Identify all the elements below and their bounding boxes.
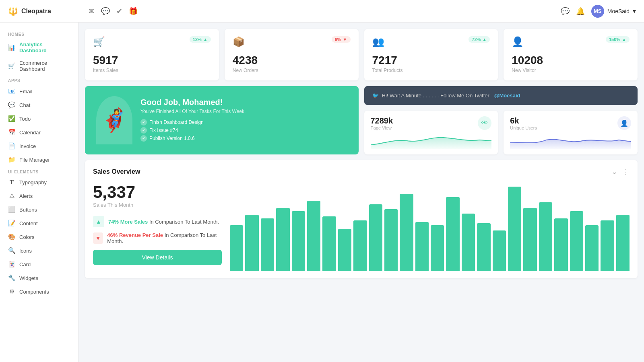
sidebar-item-file-manager[interactable]: 📁 File Manager <box>0 153 78 167</box>
stat-cards-row: 🛒 12% ▲ 5917 Items Sales 📦 6% ▼ <box>85 29 638 80</box>
sidebar-item-content[interactable]: 📝 Content <box>0 216 78 230</box>
sidebar-item-label: Todo <box>19 116 31 122</box>
sidebar-item-widgets[interactable]: 🔧 Widgets <box>0 271 78 285</box>
sales-big-number: 5,337 <box>93 183 222 202</box>
arrow-up-indicator: ▲ <box>93 216 104 227</box>
twitter-handle[interactable]: @Moesaid <box>494 93 520 99</box>
mini-stat-value: 6k <box>510 116 537 125</box>
stat-badge-up: 12% ▲ <box>190 36 211 43</box>
chart-bar <box>431 225 444 271</box>
badge-value: 72% <box>472 37 481 42</box>
arrow-down-indicator: ▼ <box>93 232 103 244</box>
stat-rest: In Comparison To Last Month. <box>149 219 219 225</box>
notification-chat-icon[interactable]: 💬 <box>561 7 570 16</box>
brand-name: Cleopatra <box>21 8 51 15</box>
hero-subtitle: You've Finished All Of Your Tasks For Th… <box>140 109 246 114</box>
sidebar-item-buttons[interactable]: ⬜ Buttons <box>0 203 78 216</box>
more-options-icon[interactable]: ⋮ <box>622 167 630 176</box>
sales-subtitle: Sales This Month <box>93 202 222 208</box>
checklist-item: Publish Version 1.0.6 <box>140 135 246 142</box>
view-details-button[interactable]: View Details <box>93 250 222 265</box>
checklist-item: Finish Dashboard Design <box>140 119 246 125</box>
stat-card-header: 👥 72% ▲ <box>372 36 490 47</box>
sales-overview-title: Sales Overview <box>93 168 140 175</box>
mini-stat-text: 7289k Page View <box>371 116 393 130</box>
topnav-right: 💬 🔔 MS MoeSaid ▾ <box>561 5 636 18</box>
brand-icon: 🔱 <box>8 6 18 16</box>
stat-card-new-visitor: 👤 150% ▲ 10208 New Visitor <box>504 29 638 80</box>
visitor-icon: 👤 <box>512 36 524 47</box>
mini-stat-unique-users: 6k Unique Users 👤 <box>504 111 638 154</box>
notification-bell-icon[interactable]: 🔔 <box>576 7 585 16</box>
user-dropdown-icon: ▾ <box>633 7 636 15</box>
sidebar-item-todo[interactable]: ✅ Todo <box>0 112 78 125</box>
chart-bar <box>446 197 459 271</box>
sidebar-item-components[interactable]: ⚙ Components <box>0 285 78 298</box>
sidebar-item-label: Content <box>19 220 38 226</box>
sidebar-item-label: Typography <box>19 179 47 185</box>
chart-bar <box>462 214 475 272</box>
arrow-up-icon: ▲ <box>203 37 208 42</box>
chart-bar <box>554 218 568 271</box>
layout: HOMES 📊 Analytics Dashboard 🛒 Ecommerce … <box>0 23 644 362</box>
sales-overview: Sales Overview ⌄ ⋮ 5,337 Sales This Mont… <box>85 160 638 278</box>
alerts-icon: ⚠ <box>8 192 15 200</box>
mini-stat-page-view: 7289k Page View 👁 <box>364 111 498 154</box>
checklist-item: Fix Issue #74 <box>140 127 246 134</box>
stat-card-header: 👤 150% ▲ <box>512 36 630 47</box>
chart-bar <box>493 230 506 272</box>
chart-bar <box>508 187 521 271</box>
sidebar-item-invoice[interactable]: 📄 Invoice <box>0 139 78 153</box>
chart-bar <box>585 225 599 271</box>
content-icon: 📝 <box>8 220 15 227</box>
chart-bar <box>261 218 274 271</box>
sidebar-item-ecommerce-dashboard[interactable]: 🛒 Ecommerce Dashboard <box>0 57 78 75</box>
sidebar-item-typography[interactable]: T Typography <box>0 176 78 189</box>
chart-bar <box>369 204 382 271</box>
sales-overview-header: Sales Overview ⌄ ⋮ <box>93 167 630 176</box>
sidebar-item-chat[interactable]: 💬 Chat <box>0 98 78 112</box>
sidebar-item-label: Icons <box>19 248 32 254</box>
arrow-down-icon: ▼ <box>343 37 347 42</box>
arrow-up-icon: ▲ <box>482 37 487 42</box>
mini-stat-label: Unique Users <box>510 125 537 130</box>
gift-icon[interactable]: 🎁 <box>129 7 138 16</box>
collapse-icon[interactable]: ⌄ <box>611 167 617 176</box>
stat-card-new-orders: 📦 6% ▼ 4238 New Orders <box>225 29 359 80</box>
stat-value: 10208 <box>512 54 630 67</box>
email-icon[interactable]: ✉ <box>89 7 95 16</box>
chart-bar <box>616 215 630 271</box>
analytics-icon: 📊 <box>8 44 15 51</box>
sales-stat-text: 74% More Sales In Comparison To Last Mon… <box>108 219 219 225</box>
sidebar-item-colors[interactable]: 🎨 Colors <box>0 230 78 244</box>
stat-badge-up: 72% ▲ <box>469 36 490 43</box>
hero-figure: 🦸 <box>96 96 132 144</box>
page-view-sparkline <box>371 133 492 149</box>
chat-icon[interactable]: 💬 <box>101 7 110 16</box>
sidebar-item-icons[interactable]: 🔍 Icons <box>0 244 78 257</box>
sidebar-item-analytics-dashboard[interactable]: 📊 Analytics Dashboard <box>0 38 78 57</box>
sidebar-item-card[interactable]: 🃏 Card <box>0 257 78 271</box>
badge-value: 6% <box>335 37 341 42</box>
hero-text: Good Job, Mohamed! You've Finished All O… <box>140 98 246 143</box>
stat-card-total-products: 👥 72% ▲ 7217 Total Products <box>364 29 498 80</box>
twitter-message: Hi! Wait A Minute . . . . . . Follow Me … <box>382 93 489 99</box>
sidebar-item-label: Chat <box>19 102 30 108</box>
stat-badge-down: 6% ▼ <box>332 36 351 43</box>
sidebar-item-label: File Manager <box>19 157 50 163</box>
check-icon[interactable]: ✔ <box>116 7 122 16</box>
typography-icon: T <box>8 179 15 186</box>
sales-overview-body: 5,337 Sales This Month ▲ 74% More Sales … <box>93 183 630 271</box>
sidebar-item-calendar[interactable]: 📅 Calendar <box>0 125 78 139</box>
sidebar-item-label: Alerts <box>19 193 33 199</box>
widgets-icon: 🔧 <box>8 274 15 282</box>
sidebar-item-label: Card <box>19 261 31 267</box>
sidebar-item-label: Colors <box>19 234 35 240</box>
user-menu[interactable]: MS MoeSaid ▾ <box>591 5 636 18</box>
sidebar-item-email[interactable]: 📧 Email <box>0 84 78 98</box>
stat-value: 7217 <box>372 54 490 67</box>
sidebar-item-alerts[interactable]: ⚠ Alerts <box>0 189 78 203</box>
stat-highlight: 74% More Sales <box>108 219 148 225</box>
brand: 🔱 Cleopatra <box>8 6 80 16</box>
stats-mini-col: 🐦 Hi! Wait A Minute . . . . . . Follow M… <box>364 86 638 154</box>
